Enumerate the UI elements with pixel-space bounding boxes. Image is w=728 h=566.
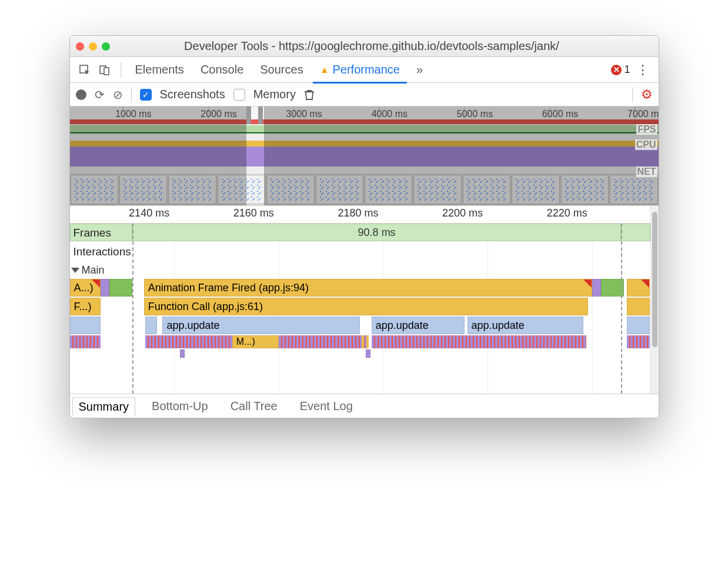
event-app-update-3[interactable]: app.update bbox=[467, 317, 583, 334]
event-animation-frame[interactable]: Animation Frame Fired (app.js:94) bbox=[144, 279, 592, 297]
scrollbar-thumb[interactable] bbox=[652, 212, 657, 347]
svg-rect-2 bbox=[104, 68, 109, 75]
trash-icon[interactable] bbox=[304, 89, 315, 101]
frame-block[interactable]: 90.8 ms bbox=[132, 224, 621, 241]
close-icon[interactable] bbox=[76, 42, 84, 51]
tab-more[interactable]: » bbox=[409, 57, 430, 83]
event-app-update-2[interactable]: app.update bbox=[372, 317, 465, 334]
event-micro[interactable]: M...) bbox=[232, 335, 279, 348]
device-toggle-icon[interactable] bbox=[96, 61, 113, 79]
flame-chart[interactable]: 2140 ms 2160 ms 2180 ms 2200 ms 2220 ms … bbox=[70, 206, 659, 394]
zoom-icon[interactable] bbox=[102, 42, 110, 51]
error-icon: ✕ bbox=[611, 65, 622, 75]
tab-call-tree[interactable]: Call Tree bbox=[225, 397, 283, 415]
memory-checkbox[interactable] bbox=[233, 89, 245, 101]
interactions-row[interactable]: Interactions bbox=[70, 242, 650, 261]
event-function-call-trunc[interactable]: F...) bbox=[70, 298, 101, 315]
warning-icon: ▲ bbox=[320, 65, 329, 75]
error-badge[interactable]: ✕ 1 bbox=[611, 64, 630, 76]
tab-label: Performance bbox=[332, 63, 400, 76]
selection-handle-left[interactable] bbox=[246, 106, 251, 124]
event-app-update-1[interactable]: app.update bbox=[162, 317, 360, 334]
record-button[interactable] bbox=[76, 89, 86, 100]
flame-scrollbar[interactable] bbox=[650, 206, 659, 394]
kebab-icon[interactable]: ⋮ bbox=[633, 62, 653, 78]
interactions-label: Interactions bbox=[74, 245, 131, 258]
tab-elements[interactable]: Elements bbox=[128, 57, 191, 83]
panel-tabs: Elements Console Sources ▲ Performance »… bbox=[70, 57, 659, 83]
minimize-icon[interactable] bbox=[89, 42, 97, 51]
main-label: Main bbox=[82, 264, 105, 277]
devtools-window: Developer Tools - https://googlechrome.g… bbox=[69, 35, 659, 418]
titlebar: Developer Tools - https://googlechrome.g… bbox=[70, 36, 659, 57]
memory-label: Memory bbox=[253, 88, 296, 101]
frames-row[interactable]: Frames 90.8 ms bbox=[70, 224, 650, 242]
chevron-down-icon bbox=[71, 268, 79, 273]
reload-icon[interactable]: ⟳ bbox=[95, 88, 105, 102]
overview-pane[interactable]: 1000 ms 2000 ms 3000 ms 4000 ms 5000 ms … bbox=[70, 106, 659, 206]
error-count: 1 bbox=[624, 64, 630, 76]
overview-shade-left[interactable] bbox=[70, 106, 246, 205]
traffic-lights bbox=[76, 42, 110, 51]
event-animation-frame-trunc[interactable]: A...) bbox=[70, 279, 101, 297]
tab-performance[interactable]: ▲ Performance bbox=[313, 57, 407, 83]
tab-console[interactable]: Console bbox=[193, 57, 251, 83]
window-title: Developer Tools - https://googlechrome.g… bbox=[121, 39, 653, 53]
perf-toolbar: ⟳ ⊘ ✓ Screenshots Memory ⚙ bbox=[70, 83, 659, 106]
gear-icon[interactable]: ⚙ bbox=[641, 87, 653, 102]
details-tabs: Summary Bottom-Up Call Tree Event Log bbox=[70, 394, 659, 418]
tab-summary[interactable]: Summary bbox=[72, 397, 136, 416]
main-tracks[interactable]: A...) Animation Frame Fired (app.js:94) … bbox=[70, 279, 650, 385]
inspect-icon[interactable] bbox=[76, 61, 93, 79]
screenshots-checkbox[interactable]: ✓ bbox=[140, 89, 152, 101]
main-header[interactable]: Main bbox=[70, 261, 650, 279]
separator bbox=[121, 62, 121, 78]
screenshots-label: Screenshots bbox=[160, 88, 225, 101]
clear-icon[interactable]: ⊘ bbox=[113, 88, 123, 102]
tab-event-log[interactable]: Event Log bbox=[294, 397, 359, 415]
frame-boundary-right bbox=[621, 224, 622, 394]
tab-sources[interactable]: Sources bbox=[253, 57, 310, 83]
selection-handle-right[interactable] bbox=[258, 106, 263, 124]
frame-boundary-left bbox=[132, 224, 133, 394]
flame-ruler[interactable]: 2140 ms 2160 ms 2180 ms 2200 ms 2220 ms bbox=[70, 206, 650, 224]
overview-shade-right[interactable] bbox=[264, 106, 659, 205]
event-function-call[interactable]: Function Call (app.js:61) bbox=[144, 298, 588, 315]
tab-bottom-up[interactable]: Bottom-Up bbox=[146, 397, 214, 415]
frames-label: Frames bbox=[74, 227, 111, 239]
